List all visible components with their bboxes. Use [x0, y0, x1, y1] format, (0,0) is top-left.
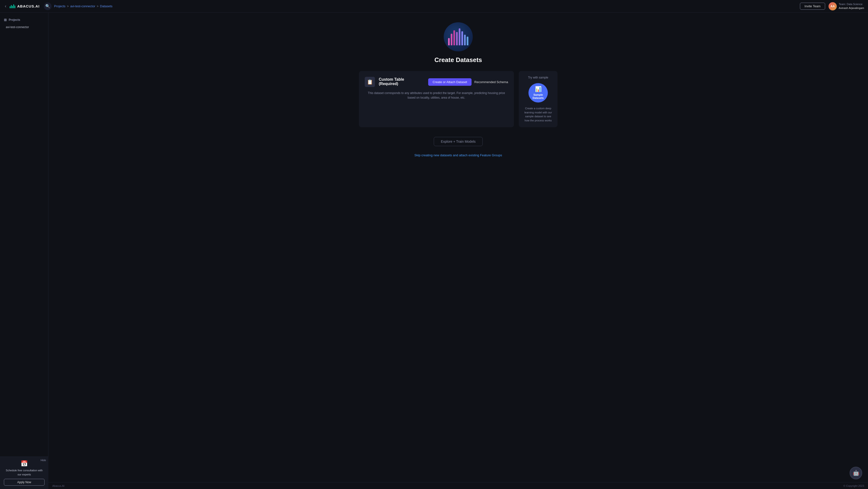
explore-train-button[interactable]: Explore + Train Models: [434, 137, 483, 146]
logo: ABACUS.AI: [10, 4, 39, 8]
chat-icon: 🤖: [853, 470, 859, 476]
breadcrumb-current-page: Datasets: [100, 4, 113, 8]
viz-bar-3: [454, 30, 455, 45]
dataset-icon: 📋: [365, 77, 375, 87]
bars-visualization: [448, 28, 468, 45]
consultation-widget: Hide 📅 Schedule free consultation with o…: [0, 457, 49, 489]
page-title: Create Datasets: [434, 56, 482, 64]
bottombar-left-label: Abacus.AI: [52, 484, 64, 487]
sample-datasets-label: Sample Datasets: [533, 93, 544, 99]
sample-datasets-button[interactable]: 📊 Sample Datasets: [528, 83, 548, 103]
content-area: 📋 Custom Table (Required) Create or Atta…: [359, 71, 558, 127]
viz-bar-8: [467, 36, 468, 45]
skip-link[interactable]: Skip creating new datasets and attach ex…: [414, 153, 502, 157]
dataset-title-group: Custom Table (Required): [379, 77, 424, 87]
breadcrumb-sep-2: >: [97, 4, 99, 8]
calendar-icon: 📅: [4, 460, 44, 467]
sample-card-title: Try with sample: [528, 76, 548, 79]
back-button[interactable]: ‹: [4, 3, 7, 10]
dataset-card-header: 📋 Custom Table (Required) Create or Atta…: [365, 77, 508, 87]
apply-now-button[interactable]: Apply Now: [4, 479, 44, 486]
dataset-card: 📋 Custom Table (Required) Create or Atta…: [359, 71, 514, 127]
user-name: Avinash Arjavalingam: [839, 6, 864, 10]
bottom-bar: Abacus.AI © Copyright 2023: [49, 482, 868, 489]
sidebar-item-project[interactable]: avi-test-connector: [2, 24, 46, 31]
logo-text: ABACUS.AI: [17, 4, 39, 8]
chat-fab-button[interactable]: 🤖: [849, 467, 862, 479]
viz-bar-5: [459, 28, 460, 45]
dataset-title: Custom Table (Required): [379, 77, 424, 86]
logo-icon: [10, 4, 15, 8]
sample-card: Try with sample 📊 Sample Datasets Create…: [519, 71, 558, 127]
sidebar-projects-label: Projects: [9, 18, 20, 22]
sample-card-description: Create a custom deep learning model with…: [523, 106, 554, 122]
dataset-actions: Create or Attach Dataset Recommended Sch…: [428, 78, 508, 86]
logo-bar-3: [12, 6, 13, 8]
breadcrumb-projects[interactable]: Projects: [54, 4, 65, 8]
breadcrumb-project-name[interactable]: avi-test-connector: [70, 4, 95, 8]
viz-bar-6: [461, 31, 463, 45]
search-button[interactable]: 🔍: [44, 2, 52, 10]
page-icon: [444, 22, 473, 51]
main-content: Create Datasets 📋 Custom Table (Required…: [49, 12, 868, 489]
nav-right: Invite Team AA Team: Data Science Avinas…: [800, 2, 864, 10]
breadcrumb-sep-1: >: [67, 4, 69, 8]
avatar: AA: [829, 2, 837, 10]
create-attach-button[interactable]: Create or Attach Dataset: [428, 78, 471, 86]
top-navigation: ‹ ABACUS.AI 🔍 Projects > avi-test-connec…: [0, 0, 868, 12]
layout: ⊞ Projects avi-test-connector Abacus.AI …: [0, 12, 868, 489]
viz-bar-2: [451, 34, 453, 45]
nav-left: ‹ ABACUS.AI 🔍 Projects > avi-test-connec…: [4, 2, 113, 10]
breadcrumb: Projects > avi-test-connector > Datasets: [54, 4, 113, 8]
recommended-schema-link[interactable]: Recommended Schema: [474, 80, 508, 84]
projects-icon: ⊞: [4, 18, 7, 22]
invite-team-button[interactable]: Invite Team: [800, 3, 825, 10]
user-info[interactable]: AA Team: Data Science Avinash Arjavaling…: [829, 2, 864, 10]
viz-bar-4: [456, 32, 458, 45]
user-text: Team: Data Science Avinash Arjavalingam: [839, 2, 864, 10]
sidebar: ⊞ Projects avi-test-connector Abacus.AI: [0, 12, 49, 489]
logo-bar-1: [10, 6, 10, 8]
dataset-description: This dataset corresponds to any attribut…: [365, 91, 508, 100]
sidebar-projects-section[interactable]: ⊞ Projects: [0, 17, 48, 23]
sample-datasets-icon: 📊: [535, 86, 541, 92]
hide-button[interactable]: Hide: [40, 459, 46, 462]
viz-bar-7: [464, 35, 466, 45]
table-icon: 📋: [367, 79, 373, 85]
user-team: Team: Data Science: [839, 2, 864, 6]
bottombar-right-label: © Copyright 2023: [843, 484, 864, 487]
viz-bar-1: [448, 38, 450, 45]
widget-text: Schedule free consultation with our expe…: [4, 468, 44, 477]
logo-bar-2: [11, 5, 11, 8]
logo-bar-5: [14, 6, 15, 8]
logo-bar-4: [13, 4, 14, 8]
